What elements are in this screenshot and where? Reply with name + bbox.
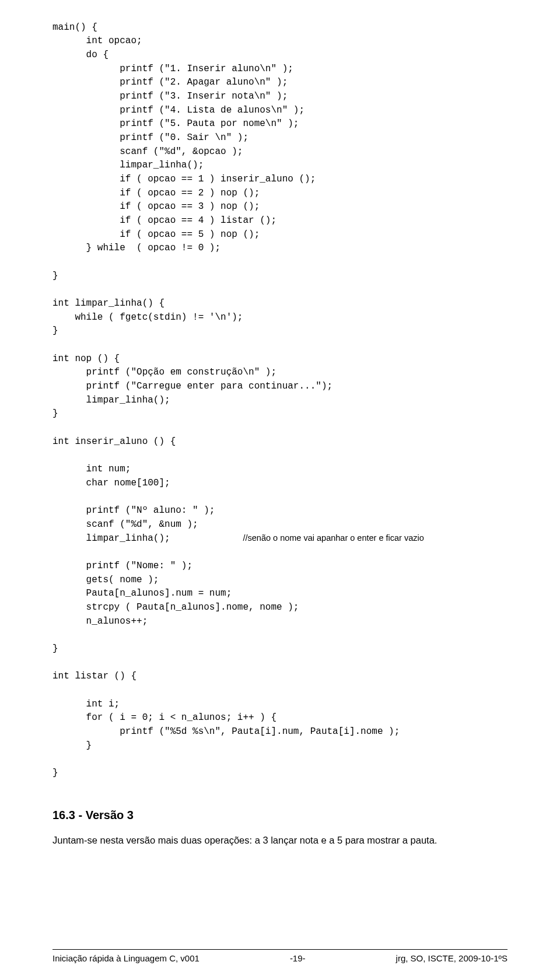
code-line: } [52, 408, 58, 419]
code-line: scanf ("%d", &num ); [52, 519, 198, 530]
code-line: int opcao; [52, 36, 142, 46]
code-line: int inserir_aluno () { [52, 436, 176, 447]
code-line: limpar_linha(); [52, 160, 204, 170]
section-body: Juntam-se nesta versão mais duas operaçõ… [52, 834, 508, 847]
footer-left: Iniciação rápida à Linguagem C, v001 [52, 953, 200, 963]
code-line: printf ("1. Inserir aluno\n" ); [52, 64, 293, 74]
code-line: printf ("Opção em construção\n" ); [52, 367, 276, 377]
code-line: int listar () { [52, 671, 136, 681]
code-line: int num; [52, 464, 131, 474]
code-line: if ( opcao == 3 ) nop (); [52, 201, 260, 212]
code-line: Pauta[n_alunos].num = num; [52, 588, 232, 599]
code-line: gets( nome ); [52, 575, 159, 585]
code-line: printf ("3. Inserir nota\n" ); [52, 91, 288, 102]
code-line: } while ( opcao != 0 ); [52, 243, 220, 253]
code-line: printf ("Nome: " ); [52, 561, 192, 571]
code-line: int i; [52, 699, 120, 709]
code-line: } [52, 271, 58, 281]
code-line: } [52, 768, 58, 778]
code-line: do { [52, 50, 108, 60]
code-line: printf ("4. Lista de alunos\n" ); [52, 105, 304, 116]
code-line: } [52, 740, 92, 751]
code-line: char nome[100]; [52, 478, 170, 488]
code-line: limpar_linha(); [52, 533, 243, 544]
code-line: if ( opcao == 5 ) nop (); [52, 229, 260, 240]
code-line: limpar_linha(); [52, 395, 170, 405]
code-line: main() { [52, 22, 97, 33]
code-line: printf ("0. Sair \n" ); [52, 132, 249, 143]
code-line: int limpar_linha() { [52, 298, 164, 309]
code-comment: //senão o nome vai apanhar o enter e fic… [243, 533, 424, 543]
code-line: if ( opcao == 4 ) listar (); [52, 215, 276, 226]
code-block: main() { int opcao; do { printf ("1. Ins… [52, 7, 508, 781]
code-line: scanf ("%d", &opcao ); [52, 146, 243, 157]
code-line: printf ("Nº aluno: " ); [52, 505, 215, 516]
footer-right: jrg, SO, ISCTE, 2009-10-1ºS [396, 953, 508, 963]
code-line: printf ("Carregue enter para continuar..… [52, 381, 332, 391]
code-line: while ( fgetc(stdin) != '\n'); [52, 312, 243, 323]
code-line: for ( i = 0; i < n_alunos; i++ ) { [52, 712, 276, 723]
code-line: int nop () { [52, 354, 120, 364]
code-line: printf ("%5d %s\n", Pauta[i].num, Pauta[… [52, 726, 400, 737]
code-line: if ( opcao == 1 ) inserir_aluno (); [52, 174, 316, 184]
footer-center: -19- [290, 953, 306, 963]
code-line: } [52, 326, 58, 336]
section-heading: 16.3 - Versão 3 [52, 809, 508, 822]
code-line: printf ("5. Pauta por nome\n" ); [52, 118, 299, 129]
code-line: strcpy ( Pauta[n_alunos].nome, nome ); [52, 602, 299, 613]
code-line: n_alunos++; [52, 616, 148, 627]
code-line: } [52, 643, 58, 654]
code-line: if ( opcao == 2 ) nop (); [52, 188, 260, 198]
code-line: printf ("2. Apagar aluno\n" ); [52, 77, 288, 88]
page-footer: Iniciação rápida à Linguagem C, v001 -19… [52, 949, 508, 963]
